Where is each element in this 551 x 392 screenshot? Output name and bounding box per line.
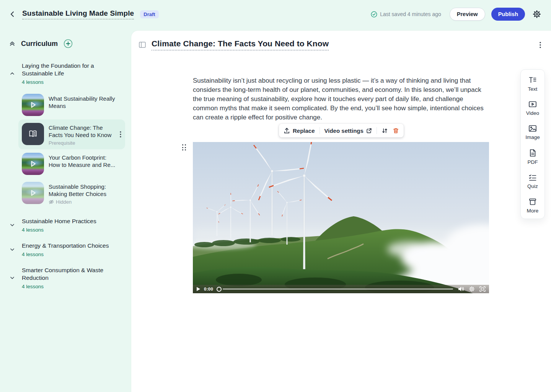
lesson-count: 4 lessons	[22, 252, 127, 257]
more-blocks-icon	[528, 198, 537, 206]
lesson-header: Climate Change: The Facts You Need to Kn…	[139, 39, 541, 51]
chevron-down-icon[interactable]	[9, 247, 15, 253]
book-icon	[28, 129, 38, 139]
lesson-menu-kebab-icon[interactable]	[540, 42, 541, 48]
insert-text-button[interactable]: Text	[528, 76, 538, 92]
lesson-title: What Sustainability Really Means	[49, 95, 117, 109]
last-saved-status: Last saved 4 minutes ago	[371, 11, 441, 18]
scrubber-handle[interactable]	[217, 287, 222, 292]
toolbar-divider	[320, 127, 320, 134]
eye-off-icon	[49, 199, 54, 204]
insert-block-toolbar: Text Video Image PDF Quiz More	[520, 69, 545, 219]
chevron-down-icon[interactable]	[9, 275, 15, 281]
section-header[interactable]: Laying the Foundation for a Sustainable …	[9, 62, 127, 85]
block-drag-handle[interactable]	[182, 144, 186, 150]
status-badge: Draft	[140, 10, 158, 18]
section-header[interactable]: Energy & Transportation Choices 4 lesson…	[9, 242, 127, 257]
video-frame-windfarm	[193, 142, 489, 293]
curriculum-header: Curriculum	[9, 39, 127, 48]
hidden-label: Hidden	[56, 199, 72, 205]
reorder-icon[interactable]	[381, 127, 388, 134]
external-link-icon	[366, 128, 372, 134]
image-icon	[528, 125, 537, 132]
collapse-all-icon[interactable]	[9, 41, 15, 47]
section-title: Sustainable Home Practices	[22, 217, 113, 225]
video-icon	[528, 101, 537, 108]
lesson-row-selected[interactable]: Climate Change: The Facts You Need to Kn…	[18, 119, 125, 149]
section-header[interactable]: Sustainable Home Practices 4 lessons	[9, 217, 127, 233]
delete-icon[interactable]	[393, 127, 399, 134]
replace-button[interactable]: Replace	[284, 127, 315, 134]
upload-icon	[284, 127, 290, 134]
back-icon[interactable]	[9, 11, 16, 18]
insert-more-button[interactable]: More	[527, 198, 539, 214]
panel-toggle-icon[interactable]	[139, 42, 146, 48]
insert-pdf-button[interactable]: PDF	[528, 149, 538, 165]
lesson-row[interactable]: Your Carbon Footprint: How to Measure an…	[18, 149, 125, 178]
chevron-up-icon[interactable]	[9, 70, 15, 77]
curriculum-title: Curriculum	[21, 40, 58, 48]
curriculum-section: Laying the Foundation for a Sustainable …	[9, 62, 127, 208]
lesson-kebab-icon[interactable]	[120, 131, 121, 138]
lesson-video-thumbnail	[22, 94, 44, 116]
insert-label: PDF	[528, 159, 538, 165]
video-player[interactable]: 0:00	[193, 142, 489, 293]
publish-button[interactable]: Publish	[491, 8, 525, 21]
curriculum-section: Smarter Consumption & Waste Reduction 4 …	[9, 266, 127, 289]
replace-label: Replace	[293, 127, 315, 134]
current-time: 0:00	[204, 287, 213, 291]
pdf-icon	[529, 149, 536, 157]
lesson-body-text[interactable]: Sustainability isn’t just about recyclin…	[193, 76, 489, 122]
insert-image-button[interactable]: Image	[525, 125, 540, 140]
insert-label: Quiz	[527, 183, 538, 189]
play-icon	[22, 94, 44, 116]
fullscreen-icon[interactable]	[479, 286, 486, 292]
play-icon	[22, 182, 44, 204]
lesson-video-thumbnail	[22, 182, 44, 204]
insert-label: Video	[526, 110, 539, 116]
section-title: Smarter Consumption & Waste Reduction	[22, 266, 113, 282]
section-header[interactable]: Smarter Consumption & Waste Reduction 4 …	[9, 266, 127, 289]
progress-track[interactable]	[223, 289, 453, 289]
lesson-count: 4 lessons	[22, 227, 127, 233]
lesson-count: 4 lessons	[22, 284, 127, 289]
text-icon	[528, 76, 537, 84]
quiz-icon	[528, 174, 537, 181]
video-controls-bar: 0:00	[193, 285, 489, 293]
video-block-toolbar: Replace Video settings	[279, 124, 404, 137]
settings-gear-icon[interactable]	[533, 10, 541, 18]
insert-video-button[interactable]: Video	[526, 101, 539, 116]
video-settings-label: Video settings	[324, 127, 364, 134]
lesson-subtitle: Hidden	[49, 199, 117, 205]
lesson-editor-canvas: Climate Change: The Facts You Need to Kn…	[131, 31, 551, 392]
toolbar-divider	[377, 127, 377, 134]
lesson-row[interactable]: What Sustainability Really Means	[18, 90, 125, 119]
preview-button[interactable]: Preview	[450, 8, 485, 21]
course-title[interactable]: Sustainable Living Made Simple	[22, 9, 134, 20]
section-title: Energy & Transportation Choices	[22, 242, 113, 250]
lesson-video-thumbnail	[22, 153, 44, 175]
chevron-down-icon[interactable]	[9, 222, 15, 228]
curriculum-sidebar: Curriculum Laying the Foundation for a S…	[0, 28, 131, 392]
curriculum-section: Sustainable Home Practices 4 lessons	[9, 217, 127, 233]
last-saved-text: Last saved 4 minutes ago	[380, 11, 441, 17]
add-section-button[interactable]	[64, 39, 73, 48]
play-icon	[22, 153, 44, 175]
lesson-list: What Sustainability Really Means Climate…	[18, 90, 127, 208]
section-title: Laying the Foundation for a Sustainable …	[22, 62, 113, 77]
insert-label: Text	[528, 86, 538, 92]
curriculum-section: Energy & Transportation Choices 4 lesson…	[9, 242, 127, 257]
video-settings-gear-icon[interactable]	[469, 286, 474, 292]
lesson-title: Your Carbon Footprint: How to Measure an…	[49, 154, 117, 168]
video-settings-button[interactable]: Video settings	[324, 127, 372, 134]
insert-quiz-button[interactable]: Quiz	[527, 174, 538, 189]
lesson-row-hidden[interactable]: Sustainable Shopping: Making Better Choi…	[18, 178, 125, 208]
volume-icon[interactable]	[458, 286, 464, 292]
top-header: Sustainable Living Made Simple Draft Las…	[0, 0, 551, 28]
insert-label: Image	[525, 134, 540, 140]
lesson-title-main[interactable]: Climate Change: The Facts You Need to Kn…	[152, 39, 329, 51]
lesson-title: Climate Change: The Facts You Need to Kn…	[49, 124, 117, 139]
play-button[interactable]	[196, 287, 201, 291]
check-circle-icon	[371, 11, 377, 18]
insert-label: More	[527, 208, 539, 214]
